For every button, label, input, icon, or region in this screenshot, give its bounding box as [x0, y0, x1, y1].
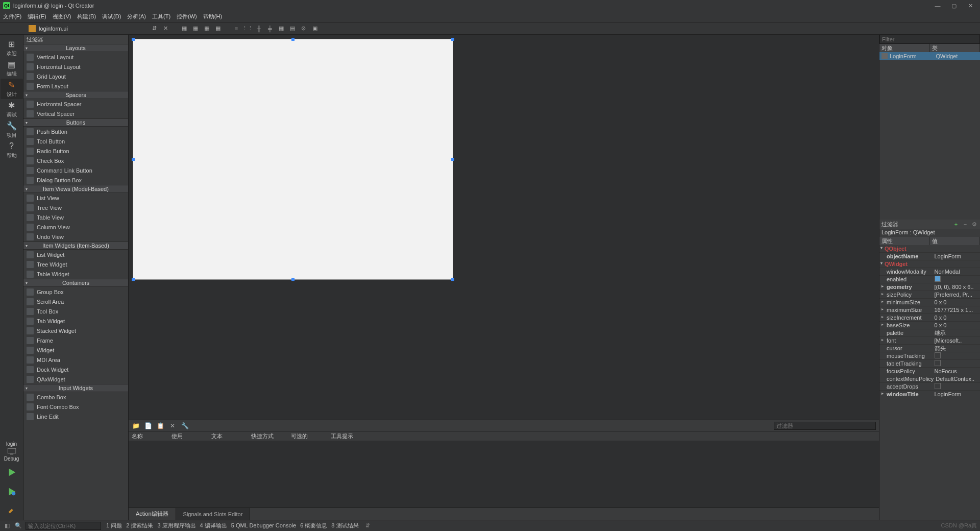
property-row[interactable]: geometry[(0, 0), 800 x 6..: [879, 283, 980, 291]
copy-icon[interactable]: 📋: [156, 422, 164, 430]
widget-item[interactable]: MDI Area: [23, 355, 128, 365]
minimize-icon[interactable]: —: [934, 2, 941, 9]
widget-item[interactable]: Form Layout: [23, 81, 128, 91]
widget-item[interactable]: Frame: [23, 335, 128, 345]
widget-item[interactable]: Radio Button: [23, 146, 128, 156]
edit-tab-order-icon[interactable]: ▦: [214, 25, 222, 33]
property-row[interactable]: QObject: [879, 245, 980, 253]
property-row[interactable]: minimumSize0 x 0: [879, 299, 980, 306]
action-filter-input[interactable]: [774, 422, 876, 430]
widget-category[interactable]: Spacers: [23, 91, 128, 99]
checkbox-icon[interactable]: [935, 383, 941, 389]
widget-item[interactable]: Tool Button: [23, 136, 128, 146]
form-canvas[interactable]: [133, 39, 453, 280]
property-filter-label[interactable]: 过滤器: [881, 221, 898, 228]
widget-item[interactable]: Table View: [23, 212, 128, 222]
property-row[interactable]: palette继承: [879, 329, 980, 337]
widget-category[interactable]: Containers: [23, 279, 128, 287]
output-pane-tab[interactable]: 4 编译输出: [198, 522, 229, 528]
property-row[interactable]: contextMenuPolicyDefaultContex..: [879, 375, 980, 383]
widget-item[interactable]: Stacked Widget: [23, 326, 128, 335]
nav-updown-icon[interactable]: ⇵: [151, 25, 159, 33]
mode-编辑[interactable]: ▤编辑: [1, 58, 23, 79]
widget-item[interactable]: Dialog Button Box: [23, 175, 128, 185]
widget-item[interactable]: Tool Box: [23, 306, 128, 316]
widget-item[interactable]: Vertical Spacer: [23, 109, 128, 118]
menu-widgets[interactable]: 控件(W): [177, 13, 197, 20]
checkbox-icon[interactable]: [935, 276, 941, 282]
property-row[interactable]: mouseTracking: [879, 352, 980, 360]
build-button[interactable]: [1, 502, 23, 520]
widget-item[interactable]: List Widget: [23, 250, 128, 259]
widget-category[interactable]: Item Views (Model-Based): [23, 185, 128, 193]
widget-item[interactable]: Push Button: [23, 127, 128, 136]
widget-item[interactable]: Font Combo Box: [23, 402, 128, 412]
tab-signals-slots[interactable]: Signals and Slots Editor: [176, 508, 251, 520]
maximize-icon[interactable]: ▢: [950, 2, 958, 9]
layout-hsplit-icon[interactable]: ╫: [255, 25, 263, 33]
widget-item[interactable]: Scroll Area: [23, 297, 128, 306]
property-row[interactable]: font[Microsoft..: [879, 337, 980, 345]
output-pane-tab[interactable]: 3 应用程序输出: [155, 522, 198, 528]
output-pane-tab[interactable]: 2 搜索结果: [124, 522, 155, 528]
property-row[interactable]: focusPolicyNoFocus: [879, 368, 980, 375]
close-doc-icon[interactable]: ✕: [162, 25, 170, 33]
widget-item[interactable]: List View: [23, 193, 128, 203]
action-table[interactable]: 名称 使用 文本 快捷方式 可选的 工具提示: [129, 431, 879, 508]
layout-form-icon[interactable]: ▤: [288, 25, 297, 33]
edit-widgets-icon[interactable]: ▦: [180, 25, 188, 33]
delete-icon[interactable]: ✕: [168, 422, 177, 430]
chevron-updown-icon[interactable]: ⇵: [364, 522, 372, 530]
widget-item[interactable]: Table Widget: [23, 269, 128, 279]
layout-vsplit-icon[interactable]: ╪: [266, 25, 274, 33]
menu-debug[interactable]: 调试(D): [102, 13, 121, 20]
property-row[interactable]: sizePolicy[Preferred, Pr...: [879, 291, 980, 299]
kit-selector[interactable]: login Debug: [1, 441, 23, 462]
mode-帮助[interactable]: ?帮助: [1, 140, 23, 160]
edit-signals-icon[interactable]: ▦: [191, 25, 200, 33]
property-row[interactable]: maximumSize16777215 x 1...: [879, 306, 980, 314]
open-file-label[interactable]: loginform.ui: [39, 26, 68, 32]
object-tree[interactable]: LoginForm QWidget: [879, 52, 980, 220]
mode-项目[interactable]: 🔧项目: [1, 119, 23, 140]
menu-tools[interactable]: 工具(T): [152, 13, 170, 20]
close-icon[interactable]: ✕: [967, 2, 974, 9]
widget-box-list[interactable]: LayoutsVertical LayoutHorizontal LayoutG…: [23, 44, 128, 520]
widget-item[interactable]: Group Box: [23, 287, 128, 297]
widget-item[interactable]: Widget: [23, 345, 128, 355]
toggle-left-icon[interactable]: ◧: [3, 522, 11, 530]
folder-icon[interactable]: 📁: [132, 422, 140, 430]
menu-help[interactable]: 帮助(H): [203, 13, 222, 20]
mode-设计[interactable]: ✎设计: [1, 79, 23, 99]
property-row[interactable]: windowTitleLoginForm: [879, 391, 980, 398]
run-button[interactable]: [1, 464, 23, 481]
mode-调试[interactable]: ✱调试: [1, 99, 23, 119]
menu-view[interactable]: 视图(V): [53, 13, 71, 20]
widget-item[interactable]: Tree View: [23, 203, 128, 212]
widget-item[interactable]: Horizontal Spacer: [23, 99, 128, 109]
property-list[interactable]: QObjectobjectNameLoginFormQWidgetwindowM…: [879, 245, 980, 520]
locator-input[interactable]: [26, 522, 101, 530]
output-pane-tab[interactable]: 5 QML Debugger Console: [229, 522, 298, 528]
add-prop-icon[interactable]: +: [952, 221, 960, 228]
widget-item[interactable]: Line Edit: [23, 412, 128, 421]
checkbox-icon[interactable]: [935, 360, 941, 366]
config-prop-icon[interactable]: ⚙: [971, 221, 978, 228]
widget-item[interactable]: Dock Widget: [23, 365, 128, 374]
property-row[interactable]: QWidget: [879, 260, 980, 268]
widget-item[interactable]: Check Box: [23, 156, 128, 165]
checkbox-icon[interactable]: [935, 352, 941, 358]
property-row[interactable]: windowModalityNonModal: [879, 268, 980, 276]
menu-analyze[interactable]: 分析(A): [127, 13, 146, 20]
menu-edit[interactable]: 编辑(E): [28, 13, 46, 20]
edit-buddies-icon[interactable]: ▦: [203, 25, 211, 33]
output-pane-tab[interactable]: 8 测试结果: [329, 522, 360, 528]
widget-category[interactable]: Buttons: [23, 118, 128, 127]
widget-item[interactable]: Vertical Layout: [23, 52, 128, 62]
widget-item[interactable]: QAxWidget: [23, 374, 128, 384]
widget-category[interactable]: Input Widgets: [23, 384, 128, 392]
widget-item[interactable]: Tab Widget: [23, 316, 128, 326]
object-tree-row[interactable]: LoginForm QWidget: [879, 52, 980, 60]
tab-action-editor[interactable]: Action编辑器: [129, 508, 176, 520]
widget-item[interactable]: Grid Layout: [23, 71, 128, 81]
